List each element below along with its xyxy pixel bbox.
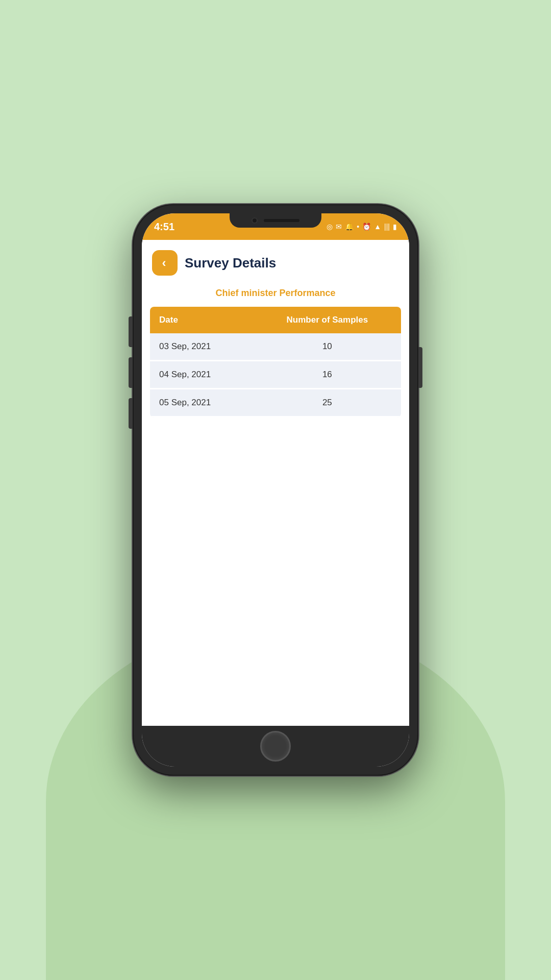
home-button-area — [142, 726, 409, 767]
dot-icon: • — [357, 223, 359, 231]
col-samples-header: Number of Samples — [254, 307, 401, 333]
status-icons: ◎ ✉ 🔔 • ⏰ ▲ ||| ▮ — [327, 223, 397, 231]
table-row: 04 Sep, 2021 16 — [150, 361, 401, 389]
table-header-row: Date Number of Samples — [150, 307, 401, 333]
survey-subtitle: Chief minister Performance — [142, 284, 409, 307]
phone-notch — [230, 213, 321, 228]
alarm-icon: ⏰ — [362, 223, 371, 231]
samples-cell-2: 16 — [254, 361, 401, 389]
table-body: 03 Sep, 2021 10 04 Sep, 2021 16 05 Sep, … — [150, 333, 401, 418]
back-button[interactable]: ‹ — [152, 250, 178, 276]
signal-icon: ||| — [384, 223, 390, 231]
col-date-header: Date — [150, 307, 254, 333]
whatsapp-icon: ◎ — [327, 223, 333, 231]
samples-cell-1: 10 — [254, 333, 401, 361]
app-header: ‹ Survey Details — [142, 240, 409, 284]
app-content: ‹ Survey Details Chief minister Performa… — [142, 240, 409, 726]
samples-cell-3: 25 — [254, 389, 401, 418]
date-cell-3: 05 Sep, 2021 — [150, 389, 254, 418]
date-cell-2: 04 Sep, 2021 — [150, 361, 254, 389]
phone-shell: 4:51 ◎ ✉ 🔔 • ⏰ ▲ ||| ▮ ‹ — [133, 204, 418, 776]
table-header: Date Number of Samples — [150, 307, 401, 333]
survey-table: Date Number of Samples 03 Sep, 2021 10 0… — [150, 307, 401, 418]
table-row: 03 Sep, 2021 10 — [150, 333, 401, 361]
notification-icon: 🔔 — [345, 223, 354, 231]
home-button[interactable] — [260, 731, 291, 762]
phone-frame: 4:51 ◎ ✉ 🔔 • ⏰ ▲ ||| ▮ ‹ — [133, 204, 418, 776]
table-row: 05 Sep, 2021 25 — [150, 389, 401, 418]
wifi-icon: ▲ — [374, 223, 381, 231]
camera-dot — [252, 217, 258, 224]
message-icon: ✉ — [336, 223, 342, 231]
speaker-bar — [264, 219, 299, 222]
battery-icon: ▮ — [393, 223, 397, 231]
date-cell-1: 03 Sep, 2021 — [150, 333, 254, 361]
status-time: 4:51 — [154, 221, 174, 233]
phone-screen: 4:51 ◎ ✉ 🔔 • ⏰ ▲ ||| ▮ ‹ — [142, 213, 409, 767]
page-title: Survey Details — [185, 255, 276, 271]
back-chevron-icon: ‹ — [162, 257, 166, 269]
